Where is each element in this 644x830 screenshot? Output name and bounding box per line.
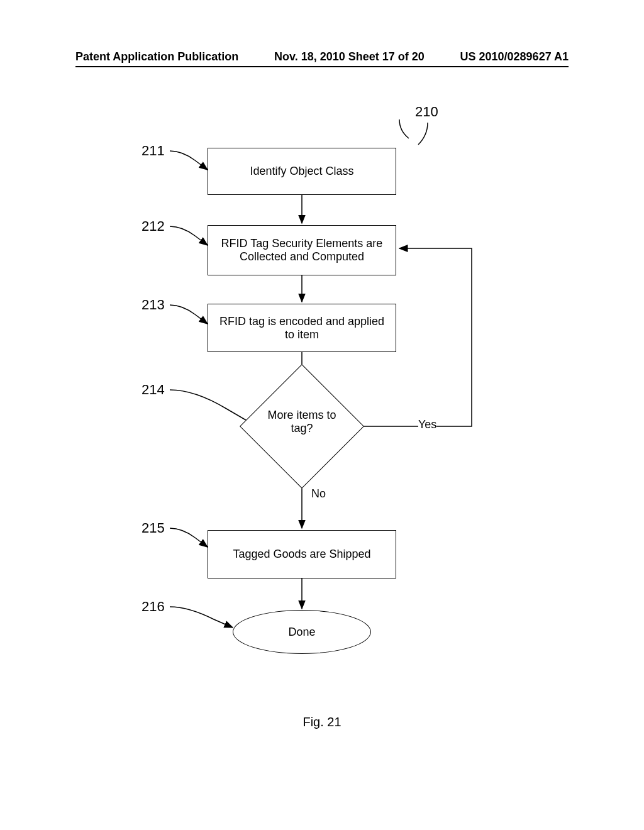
ref-215: 215 (142, 520, 165, 536)
ref-214: 214 (142, 382, 165, 398)
step-213-box: RFID tag is encoded and applied to item (208, 304, 396, 352)
step-215-text: Tagged Goods are Shipped (233, 548, 370, 561)
ref-210: 210 (415, 104, 438, 120)
page-header: Patent Application Publication Nov. 18, … (75, 50, 569, 67)
step-216-done: Done (233, 610, 371, 654)
edge-yes: Yes (418, 418, 436, 431)
step-211-text: Identify Object Class (250, 165, 353, 178)
ref-213: 213 (142, 297, 165, 313)
ref-216: 216 (142, 599, 165, 615)
step-212-box: RFID Tag Security Elements are Collected… (208, 225, 396, 275)
edge-no: No (311, 487, 326, 501)
step-216-text: Done (288, 626, 315, 639)
header-middle: Nov. 18, 2010 Sheet 17 of 20 (274, 50, 425, 64)
ref-211: 211 (142, 143, 165, 159)
ref-212: 212 (142, 218, 165, 235)
step-212-text: RFID Tag Security Elements are Collected… (214, 237, 389, 263)
step-211-box: Identify Object Class (208, 148, 396, 195)
header-right: US 2010/0289627 A1 (460, 50, 569, 64)
decision-214-text: More items to tag? (258, 409, 346, 435)
flowchart-diagram: 210 211 212 213 214 215 216 Identify Obj… (0, 101, 644, 729)
step-215-box: Tagged Goods are Shipped (208, 530, 396, 578)
figure-caption: Fig. 21 (0, 715, 644, 729)
step-213-text: RFID tag is encoded and applied to item (214, 315, 389, 341)
header-left: Patent Application Publication (75, 50, 238, 64)
